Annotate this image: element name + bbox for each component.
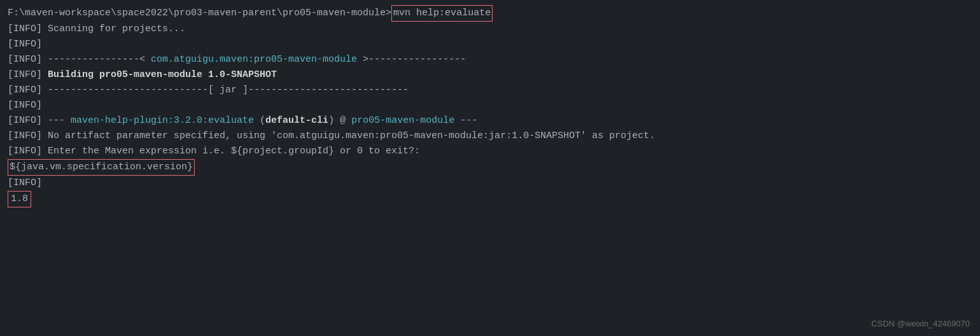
plugin-name: maven-help-plugin:3.2.0:evaluate [71, 113, 254, 129]
info-text-1: [INFO] Scanning for projects... [8, 22, 185, 37]
info-line-7: [INFO] --- maven-help-plugin:3.2.0:evalu… [8, 113, 972, 129]
info-prefix-4: [INFO] [8, 67, 48, 83]
prompt-path: F:\maven-workspace\space2022\pro03-maven… [8, 6, 391, 21]
info-line-11: [INFO] [8, 176, 972, 191]
info-prefix-3: [INFO] ----------------< [8, 52, 151, 67]
info-suffix-7: --- [454, 113, 477, 129]
prompt-command: mvn help:evaluate [391, 5, 493, 22]
info-line-6: [INFO] [8, 98, 972, 113]
info-text-5: [INFO] ----------------------------[ jar… [8, 83, 409, 98]
info-middle-7: ( [254, 113, 265, 129]
info-text-11: [INFO] [8, 176, 42, 191]
info-line-3: [INFO] ----------------< com.atguigu.mav… [8, 52, 972, 67]
info-line-2: [INFO] [8, 37, 972, 52]
building-text: Building pro05-maven-module 1.0-SNAPSHOT [48, 67, 277, 83]
info-prefix-7: [INFO] --- [8, 113, 71, 129]
input-expression[interactable]: ${java.vm.specification.version} [8, 159, 195, 176]
info-text-9: [INFO] Enter the Maven expression i.e. $… [8, 144, 420, 159]
prompt-line: F:\maven-workspace\space2022\pro03-maven… [8, 5, 972, 22]
info-text-6: [INFO] [8, 98, 42, 113]
terminal-window: F:\maven-workspace\space2022\pro03-maven… [0, 0, 980, 336]
info-text-8: [INFO] No artifact parameter specified, … [8, 129, 655, 144]
info-line-9: [INFO] Enter the Maven expression i.e. $… [8, 144, 972, 159]
module-name-2: pro05-maven-module [351, 113, 454, 129]
info-line-4: [INFO] Building pro05-maven-module 1.0-S… [8, 67, 972, 83]
watermark: CSDN @weixin_42469070 [871, 318, 970, 331]
module-name: com.atguigu.maven:pro05-maven-module [151, 52, 357, 67]
info-line-1: [INFO] Scanning for projects... [8, 22, 972, 37]
result-line: 1.8 [8, 191, 972, 207]
input-line: ${java.vm.specification.version} [8, 159, 972, 176]
result-value: 1.8 [8, 191, 31, 207]
info-line-8: [INFO] No artifact parameter specified, … [8, 129, 972, 144]
info-at: ) @ [328, 113, 351, 129]
info-suffix-3: >----------------- [357, 52, 466, 67]
info-line-5: [INFO] ----------------------------[ jar… [8, 83, 972, 98]
cli-text: default-cli [265, 113, 328, 129]
info-text-2: [INFO] [8, 37, 42, 52]
